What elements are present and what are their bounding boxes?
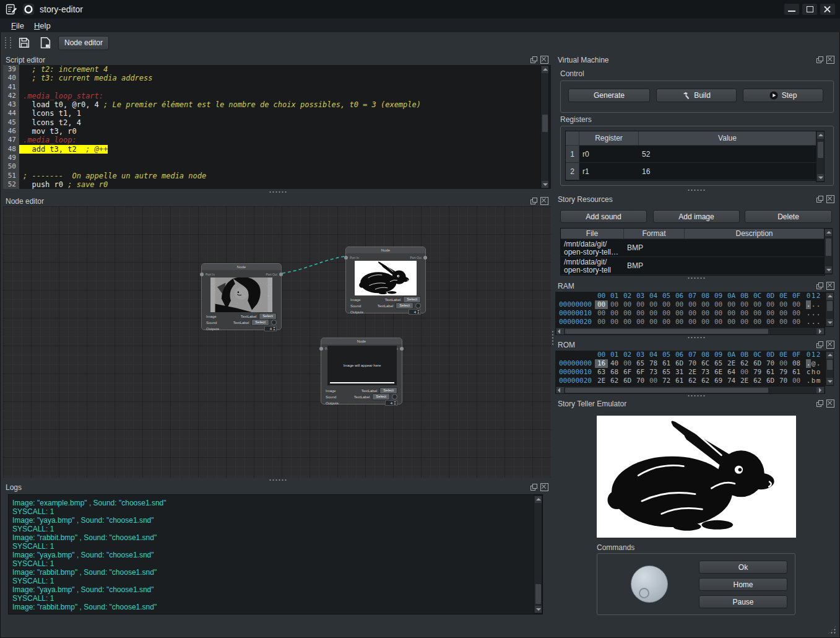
- ascii-char[interactable]: .: [816, 309, 821, 318]
- ascii-char[interactable]: .: [816, 359, 821, 368]
- rom-vertical-scrollbar[interactable]: [825, 351, 834, 386]
- play-sound-icon[interactable]: [415, 303, 421, 308]
- resource-description-cell[interactable]: [685, 257, 825, 275]
- format-column-header[interactable]: Format: [624, 229, 685, 239]
- close-button[interactable]: [820, 4, 835, 15]
- ascii-char[interactable]: .: [806, 309, 811, 318]
- ascii-char[interactable]: .: [806, 318, 811, 326]
- generate-button[interactable]: Generate: [568, 89, 650, 102]
- hex-byte[interactable]: 00: [660, 318, 673, 326]
- hex-byte[interactable]: 00: [634, 309, 647, 318]
- resource-file-cell[interactable]: /mnt/data/git/ open-story-tell: [561, 257, 624, 275]
- port-in-dot[interactable]: [344, 256, 348, 260]
- logs-output[interactable]: Image: "example.bmp" , Sound: "choose1.s…: [8, 494, 543, 614]
- hex-byte[interactable]: 70: [634, 377, 647, 385]
- hex-byte[interactable]: 62: [738, 359, 751, 368]
- outputs-spinbox[interactable]: 4: [385, 400, 397, 406]
- maximize-button[interactable]: [802, 4, 817, 15]
- float-panel-icon[interactable]: [816, 56, 823, 63]
- select-sound-button[interactable]: Select: [251, 319, 269, 326]
- hex-byte[interactable]: 62: [751, 377, 764, 385]
- hex-byte[interactable]: 61: [764, 368, 777, 377]
- hex-byte[interactable]: 00: [712, 309, 725, 318]
- splitter-handle[interactable]: [687, 395, 706, 397]
- float-panel-icon[interactable]: [816, 196, 823, 203]
- ascii-char[interactable]: .: [816, 300, 821, 309]
- hex-byte[interactable]: 00: [660, 309, 673, 318]
- new-file-button[interactable]: [37, 35, 53, 50]
- hex-byte[interactable]: 00: [621, 309, 634, 318]
- hex-byte[interactable]: 62: [699, 377, 712, 385]
- close-panel-icon[interactable]: [540, 483, 548, 491]
- hex-byte[interactable]: 6D: [751, 359, 764, 368]
- outputs-spinbox[interactable]: 4: [264, 326, 277, 331]
- hex-byte[interactable]: 65: [634, 359, 647, 368]
- hex-byte[interactable]: 63: [595, 368, 608, 377]
- minimize-button[interactable]: [784, 4, 799, 15]
- hex-byte[interactable]: 00: [712, 300, 725, 309]
- close-panel-icon[interactable]: [826, 341, 834, 349]
- hex-byte[interactable]: 00: [790, 318, 803, 326]
- splitter-handle[interactable]: [687, 189, 706, 191]
- ram-horizontal-scrollbar[interactable]: [555, 327, 825, 335]
- hex-byte[interactable]: 31: [673, 368, 686, 377]
- hex-byte[interactable]: 78: [647, 359, 660, 368]
- register-value-cell[interactable]: 52: [639, 146, 816, 163]
- play-sound-icon[interactable]: [392, 394, 397, 400]
- hex-byte[interactable]: 2E: [725, 359, 738, 368]
- hex-byte[interactable]: 00: [634, 300, 647, 309]
- float-panel-icon[interactable]: [530, 56, 537, 63]
- float-panel-icon[interactable]: [816, 400, 823, 407]
- hex-byte[interactable]: 70: [777, 377, 790, 385]
- hex-byte[interactable]: 00: [595, 309, 608, 318]
- float-panel-icon[interactable]: [816, 282, 823, 289]
- column-splitter-handle[interactable]: [552, 330, 554, 345]
- hex-byte[interactable]: 00: [647, 377, 660, 385]
- port-out-dot[interactable]: [400, 347, 404, 351]
- add-image-button[interactable]: Add image: [653, 210, 740, 223]
- hex-byte[interactable]: 00: [673, 318, 686, 326]
- register-row-number[interactable]: 2: [566, 163, 579, 180]
- hex-byte[interactable]: 00: [660, 300, 673, 309]
- hex-byte[interactable]: 00: [738, 318, 751, 326]
- hex-byte[interactable]: 61: [673, 377, 686, 385]
- hex-byte[interactable]: 73: [699, 368, 712, 377]
- ascii-char[interactable]: c: [806, 368, 811, 377]
- hex-byte[interactable]: 00: [764, 309, 777, 318]
- hex-byte[interactable]: 00: [634, 318, 647, 326]
- float-panel-icon[interactable]: [816, 341, 823, 348]
- hex-byte[interactable]: 6D: [764, 377, 777, 385]
- hex-byte[interactable]: 72: [660, 377, 673, 385]
- hex-byte[interactable]: 68: [608, 368, 621, 377]
- hex-byte[interactable]: 40: [608, 359, 621, 368]
- hex-byte[interactable]: 61: [660, 359, 673, 368]
- hex-byte[interactable]: 00: [777, 318, 790, 326]
- hex-byte[interactable]: 6D: [621, 377, 634, 385]
- ascii-char[interactable]: .: [806, 359, 811, 368]
- node-editor-toggle-button[interactable]: Node editor: [58, 36, 109, 50]
- hex-byte[interactable]: 00: [725, 309, 738, 318]
- float-panel-icon[interactable]: [530, 198, 537, 204]
- select-sound-button[interactable]: Select: [396, 302, 414, 309]
- float-panel-icon[interactable]: [530, 484, 537, 491]
- save-button[interactable]: [16, 35, 32, 50]
- hex-byte[interactable]: 00: [673, 300, 686, 309]
- rom-horizontal-scrollbar[interactable]: [555, 386, 825, 394]
- hex-byte[interactable]: 00: [725, 318, 738, 326]
- menu-help[interactable]: Help: [29, 20, 56, 31]
- hex-byte[interactable]: 00: [751, 300, 764, 309]
- toolbar-drag-handle[interactable]: [5, 37, 11, 48]
- media-node-manga[interactable]: Node Port In Port Out ImageTextLabelSele…: [201, 263, 282, 330]
- delete-button[interactable]: Delete: [745, 210, 832, 223]
- hex-byte[interactable]: 00: [647, 300, 660, 309]
- window-resize-grip[interactable]: [828, 626, 836, 634]
- ram-vertical-scrollbar[interactable]: [825, 292, 834, 327]
- logs-scrollbar[interactable]: [534, 495, 542, 614]
- hex-byte[interactable]: 6F: [634, 368, 647, 377]
- register-name-cell[interactable]: r1: [579, 163, 639, 180]
- play-sound-icon[interactable]: [271, 320, 277, 325]
- hex-byte[interactable]: 79: [751, 368, 764, 377]
- node-graph-canvas[interactable]: Node Port In Port Out ImageTextLabelSele…: [3, 206, 551, 478]
- hex-byte[interactable]: 16: [595, 359, 608, 368]
- resource-file-cell[interactable]: /mnt/data/git/ open-story-tell…: [561, 239, 624, 257]
